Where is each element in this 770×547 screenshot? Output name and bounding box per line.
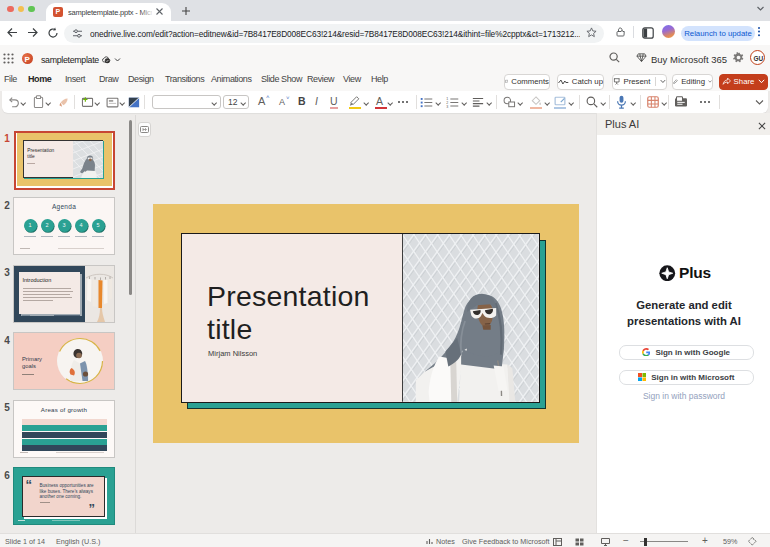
svg-text:3: 3 xyxy=(446,105,448,108)
